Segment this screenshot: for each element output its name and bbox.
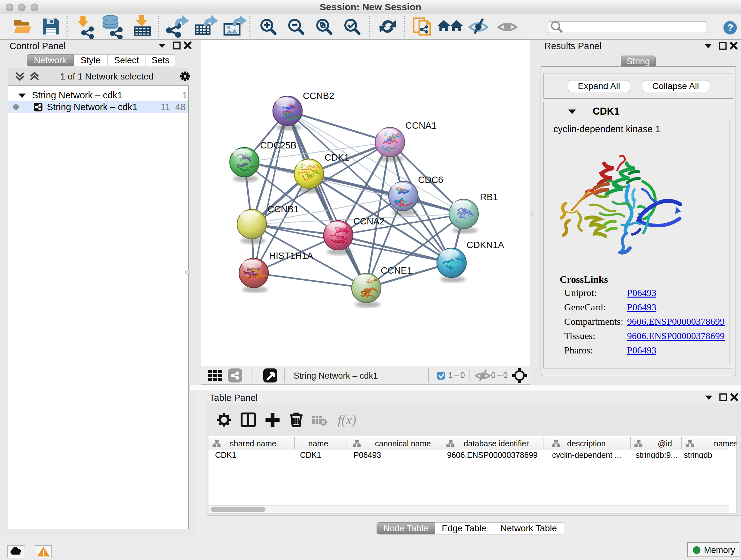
svg-text:name: name xyxy=(308,439,328,448)
svg-text:CDK1: CDK1 xyxy=(325,152,349,163)
svg-text:HIST1H1A: HIST1H1A xyxy=(269,251,313,261)
svg-text:1 – 0: 1 – 0 xyxy=(448,371,465,380)
svg-text:String Network – cdk1: String Network – cdk1 xyxy=(293,371,378,381)
svg-text:9606.ENSP00000378699: 9606.ENSP00000378699 xyxy=(447,450,538,458)
svg-text:CDK1: CDK1 xyxy=(300,450,321,458)
svg-text:CDK1: CDK1 xyxy=(215,450,237,458)
svg-text:RB1: RB1 xyxy=(480,192,498,202)
svg-text:cyclin-dependent ...: cyclin-dependent ... xyxy=(552,450,621,458)
svg-text:CCNB1: CCNB1 xyxy=(267,204,299,214)
svg-text:stringdb: stringdb xyxy=(684,450,712,458)
svg-text:canonical name: canonical name xyxy=(375,439,431,448)
svg-text:namespace: namespace xyxy=(714,439,737,448)
svg-text:shared name: shared name xyxy=(230,439,276,448)
svg-text:CDKN1A: CDKN1A xyxy=(467,240,504,250)
svg-text:CCNE1: CCNE1 xyxy=(381,265,412,275)
svg-text:CDC6: CDC6 xyxy=(418,175,443,185)
svg-text:?: ? xyxy=(727,22,733,34)
svg-text:P06493: P06493 xyxy=(354,450,381,458)
svg-text:description: description xyxy=(567,439,606,448)
svg-text:stringdb:9...: stringdb:9... xyxy=(636,450,677,458)
svg-text:CDC25B: CDC25B xyxy=(260,140,296,150)
svg-text:f(x): f(x) xyxy=(338,413,356,428)
svg-text:CCNB2: CCNB2 xyxy=(303,91,334,101)
svg-text:CCNA1: CCNA1 xyxy=(405,120,436,131)
svg-text:@id: @id xyxy=(658,439,672,448)
svg-text:CCNA2: CCNA2 xyxy=(353,216,385,226)
svg-text:database identifier: database identifier xyxy=(464,439,529,448)
svg-text:0 – 0: 0 – 0 xyxy=(491,371,508,380)
